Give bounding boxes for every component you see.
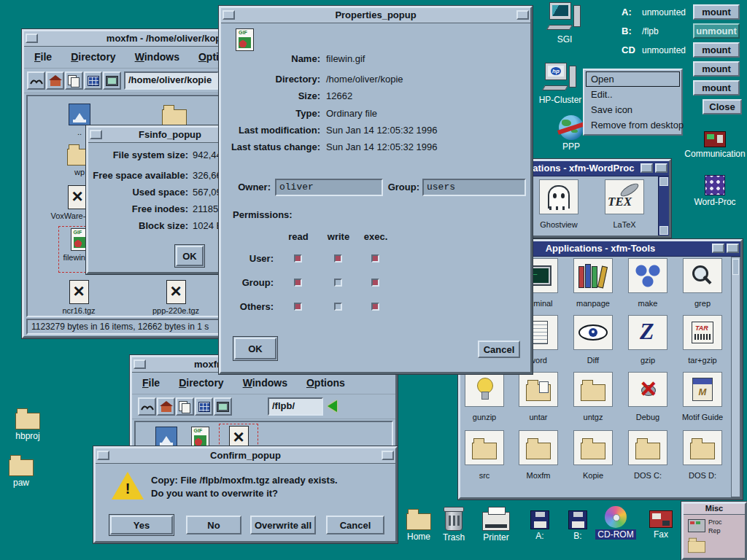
app-item-grep[interactable]: grep — [676, 258, 729, 308]
perm-others-read-checkbox[interactable] — [294, 303, 302, 311]
window-menu-box[interactable] — [90, 130, 102, 139]
titlebar[interactable]: Confirm_popup — [96, 448, 395, 464]
overwrite-all-button[interactable]: Overwrite all — [250, 516, 316, 534]
desktop-icon-hbproj[interactable]: hbproj — [4, 407, 51, 441]
menu-windows[interactable]: Windows — [135, 51, 179, 65]
menu-item-open[interactable]: Open — [586, 71, 680, 87]
apps-button[interactable] — [195, 397, 213, 416]
perm-group-write-checkbox[interactable] — [334, 279, 342, 287]
menu-directory[interactable]: Directory — [71, 51, 115, 65]
maximize-box[interactable] — [516, 10, 529, 20]
window-menu-box[interactable] — [26, 34, 38, 43]
scrollbar[interactable] — [731, 257, 740, 497]
path-field[interactable]: /flpb/ — [268, 397, 323, 416]
file-item-ncr16[interactable]: ncr16.tgz — [41, 280, 117, 315]
perm-group-read-checkbox[interactable] — [294, 279, 302, 287]
file-item-ppp-220e[interactable]: ppp-220e.tgz — [133, 280, 218, 315]
ok-button[interactable]: OK — [234, 338, 276, 359]
copy-button[interactable] — [65, 71, 83, 90]
desktop-icon-cdrom[interactable]: CD-ROM — [594, 506, 638, 540]
perm-group-exec-checkbox[interactable] — [371, 279, 379, 287]
app-item-kopie[interactable]: Kopie — [566, 430, 620, 480]
mount-button[interactable]: mount — [693, 61, 740, 77]
menu-directory[interactable]: Directory — [179, 377, 223, 391]
desktop-icon-communication[interactable]: Communication — [681, 127, 747, 159]
desktop-icon-trash[interactable]: Trash — [433, 506, 474, 542]
menu-windows[interactable]: Windows — [243, 377, 287, 391]
app-item-latex[interactable]: LaTeX — [599, 179, 650, 229]
menu-item-remove-from-desktop[interactable]: Remove from desktop — [586, 117, 680, 133]
app-item-dos-d[interactable]: DOS D: — [676, 430, 729, 480]
group-field[interactable]: users — [422, 179, 526, 196]
perm-others-write-checkbox[interactable] — [334, 303, 342, 311]
app-item-manpage[interactable]: manpage — [566, 258, 620, 308]
close-button[interactable]: Close — [703, 99, 742, 114]
perm-others-exec-checkbox[interactable] — [371, 303, 379, 311]
app-item-debug[interactable]: Debug — [621, 372, 675, 421]
back-arrow-icon[interactable] — [328, 400, 337, 412]
cancel-button[interactable]: Cancel — [326, 516, 384, 534]
scroll-thumb[interactable] — [732, 259, 739, 275]
home-button[interactable] — [157, 397, 175, 416]
copy-button[interactable] — [176, 397, 194, 416]
app-item-diff[interactable]: Diff — [566, 315, 620, 365]
desktop-icon-paw[interactable]: paw — [0, 454, 42, 488]
perm-user-read-checkbox[interactable] — [294, 254, 302, 262]
app-item-gunzip[interactable]: gunzip — [457, 372, 511, 421]
app-item-motif-guide[interactable]: Motif Guide — [676, 372, 729, 421]
menu-item-edit[interactable]: Edit.. — [586, 87, 680, 102]
app-item-gzip[interactable]: gzip — [621, 315, 675, 365]
terminal-button[interactable] — [103, 71, 121, 90]
scrollbar[interactable] — [658, 176, 669, 236]
menu-file[interactable]: File — [34, 51, 52, 65]
desktop-icon-word-proc[interactable]: Word-Proc — [684, 175, 746, 207]
ok-button[interactable]: OK — [176, 246, 204, 266]
iconify-box[interactable] — [712, 244, 724, 253]
maximize-box[interactable] — [655, 163, 667, 173]
menu-options[interactable]: Options — [306, 377, 345, 391]
home-button[interactable] — [46, 71, 64, 90]
terminal-button[interactable] — [214, 397, 232, 416]
titlebar[interactable]: Properties_popup — [221, 8, 530, 23]
perm-user-exec-checkbox[interactable] — [371, 254, 379, 262]
iconify-box[interactable] — [640, 163, 653, 173]
menu-file[interactable]: File — [142, 377, 160, 391]
logo-button[interactable] — [27, 71, 45, 90]
logo-button[interactable] — [138, 397, 156, 416]
perm-user-write-checkbox[interactable] — [334, 254, 342, 262]
path-field[interactable]: /home/oliver/kopie — [124, 71, 219, 90]
maximize-box[interactable] — [382, 451, 394, 460]
scroll-down-arrow[interactable] — [659, 226, 668, 235]
window-menu-box[interactable] — [222, 10, 235, 20]
app-item-tar-gzip[interactable]: tar+gzip — [676, 315, 729, 365]
app-item-ghostview[interactable]: Ghostview — [533, 179, 584, 229]
apps-button[interactable] — [84, 71, 102, 90]
mount-button[interactable]: mount — [693, 80, 740, 96]
scroll-up-arrow[interactable] — [659, 177, 668, 186]
file-item-folder[interactable] — [148, 104, 201, 128]
app-item-src[interactable]: src — [457, 430, 511, 480]
owner-field[interactable]: oliver — [275, 179, 383, 196]
desktop-icon-fax[interactable]: Fax — [640, 506, 681, 540]
yes-button[interactable]: Yes — [110, 516, 173, 534]
unmount-button[interactable]: unmount — [693, 23, 740, 39]
window-menu-box[interactable] — [97, 451, 109, 460]
mount-button[interactable]: mount — [693, 4, 740, 20]
app-item-make[interactable]: make — [621, 258, 675, 308]
desktop-icon-drive-b[interactable]: B: — [559, 508, 597, 541]
titlebar[interactable]: Misc — [684, 504, 745, 515]
window-menu-box[interactable] — [133, 359, 146, 369]
maximize-box[interactable] — [727, 244, 739, 253]
app-item-untgz[interactable]: untgz — [566, 372, 620, 421]
app-item-dos-c[interactable]: DOS C: — [621, 430, 675, 480]
app-item-moxfm[interactable]: Moxfm — [511, 430, 565, 480]
file-item-parent-dir[interactable] — [150, 427, 182, 448]
app-item-untar[interactable]: untar — [511, 372, 565, 421]
no-button[interactable]: No — [186, 516, 241, 534]
cancel-button[interactable]: Cancel — [478, 341, 520, 358]
desktop-icon-sgi[interactable]: SGI — [542, 2, 587, 44]
menu-item-save-icon[interactable]: Save icon — [586, 102, 680, 117]
desktop-icon-drive-a[interactable]: A: — [521, 508, 559, 541]
desktop-icon-hp-cluster[interactable]: HP-Cluster — [536, 63, 584, 105]
desktop-icon-printer[interactable]: Printer — [474, 506, 518, 542]
